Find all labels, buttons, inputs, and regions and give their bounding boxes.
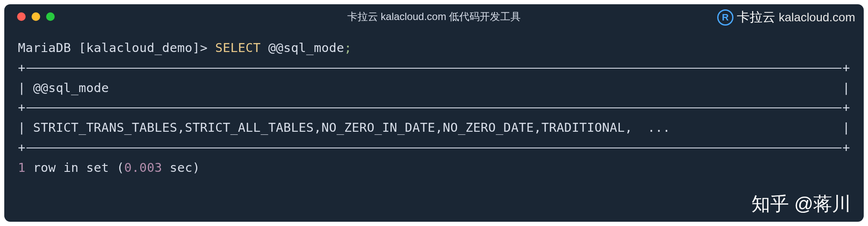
titlebar: 卡拉云 kalacloud.com 低代码开发工具 R 卡拉云 kalaclou… bbox=[4, 4, 864, 29]
prompt-prefix: MariaDB [kalacloud_demo]> bbox=[18, 41, 215, 55]
brand-domain: kalacloud.com bbox=[779, 11, 855, 24]
terminal-body: MariaDB [kalacloud_demo]> SELECT @@sql_m… bbox=[4, 29, 864, 180]
traffic-lights bbox=[17, 12, 55, 21]
table-value: STRICT_TRANS_TABLES,STRICT_ALL_TABLES,NO… bbox=[33, 120, 671, 135]
sql-arg: @@sql_mode bbox=[261, 41, 344, 55]
table-header-row: | @@sql_mode| bbox=[18, 77, 850, 100]
terminal-window: 卡拉云 kalacloud.com 低代码开发工具 R 卡拉云 kalaclou… bbox=[4, 4, 864, 222]
table-border-bottom: ++ bbox=[18, 139, 850, 156]
minimize-icon[interactable] bbox=[32, 12, 40, 21]
brand-logo-icon: R bbox=[717, 9, 733, 26]
maximize-icon[interactable] bbox=[46, 12, 55, 21]
sql-keyword: SELECT bbox=[215, 41, 261, 55]
table-border-mid: ++ bbox=[18, 99, 850, 116]
result-time: 0.003 bbox=[124, 160, 162, 175]
window-title: 卡拉云 kalacloud.com 低代码开发工具 bbox=[347, 10, 521, 23]
brand-watermark: R 卡拉云 kalacloud.com bbox=[717, 9, 855, 26]
table-border-top: ++ bbox=[18, 60, 850, 77]
brand-logo-letter: R bbox=[722, 12, 729, 23]
table-header: @@sql_mode bbox=[33, 81, 109, 95]
table-data-row: | STRICT_TRANS_TABLES,STRICT_ALL_TABLES,… bbox=[18, 116, 850, 139]
brand-name: 卡拉云 bbox=[737, 9, 775, 26]
close-icon[interactable] bbox=[17, 12, 26, 21]
sql-semicolon: ; bbox=[344, 41, 352, 55]
result-count: 1 bbox=[18, 160, 26, 175]
result-tail: sec) bbox=[162, 160, 200, 175]
zhihu-watermark: 知乎 @蒋川 bbox=[751, 191, 851, 217]
result-line: 1 row in set (0.003 sec) bbox=[18, 156, 850, 180]
prompt-line: MariaDB [kalacloud_demo]> SELECT @@sql_m… bbox=[18, 37, 850, 60]
result-mid: row in set ( bbox=[26, 160, 124, 175]
